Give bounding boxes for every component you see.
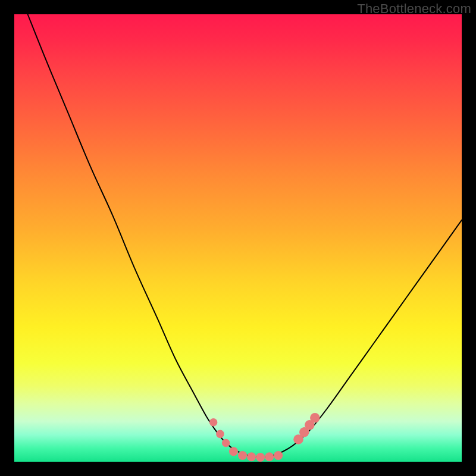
data-marker [229,447,238,456]
chart-svg [14,14,462,462]
curve-right-branch [261,220,462,458]
chart-frame [14,14,462,462]
data-marker [265,452,274,461]
data-marker [256,453,265,462]
data-marker [274,451,283,460]
data-marker [209,418,218,427]
curve-left-branch [28,14,261,457]
data-marker [310,413,320,423]
data-marker [216,430,224,439]
data-marker [222,439,230,447]
watermark-text: TheBottleneck.com [357,1,471,17]
data-marker [247,452,256,461]
data-marker [238,451,247,460]
